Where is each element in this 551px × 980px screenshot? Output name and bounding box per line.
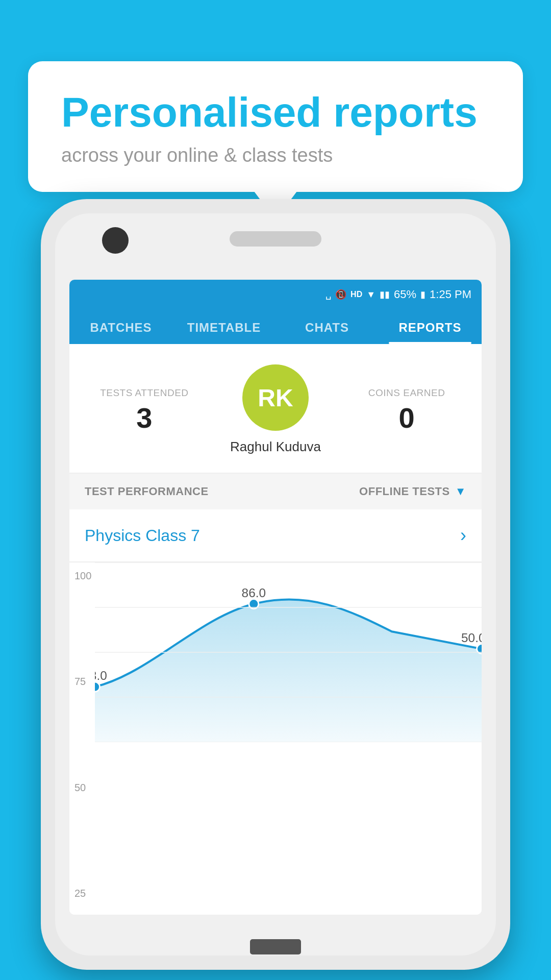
- offline-tests-button[interactable]: OFFLINE TESTS ▼: [359, 485, 466, 498]
- phone-home-button[interactable]: [250, 939, 301, 954]
- y-label-25: 25: [74, 888, 91, 899]
- chart-svg: 68.0 86.0 50.0: [95, 562, 482, 742]
- class-name: Physics Class 7: [85, 526, 200, 545]
- phone-mockup: ␣ 📵 HD ▼ ▮▮ 65% ▮ 1:25 PM BATCHES: [41, 199, 510, 970]
- tab-batches[interactable]: BATCHES: [69, 309, 172, 344]
- coins-earned-label: COINS EARNED: [347, 387, 466, 399]
- signal-icon: ▮▮: [380, 289, 390, 300]
- chart-y-labels: 100 75 50 25: [74, 562, 91, 915]
- bluetooth-icon: ␣: [325, 289, 331, 300]
- status-bar: ␣ 📵 HD ▼ ▮▮ 65% ▮ 1:25 PM: [69, 280, 482, 309]
- phone-camera: [102, 227, 129, 254]
- wifi-icon: ▼: [366, 289, 375, 300]
- coins-earned-block: COINS EARNED 0: [347, 387, 466, 432]
- battery-text: 65%: [394, 288, 416, 301]
- tests-attended-label: TESTS ATTENDED: [85, 387, 204, 399]
- nav-tabs: BATCHES TIMETABLE CHATS REPORTS: [69, 309, 482, 344]
- chevron-down-icon: ▼: [455, 485, 466, 498]
- tooltip-subtitle: across your online & class tests: [61, 144, 490, 166]
- performance-label: TEST PERFORMANCE: [85, 485, 209, 498]
- profile-section: TESTS ATTENDED 3 RK Raghul Kuduva COINS …: [69, 344, 482, 473]
- time-text: 1:25 PM: [430, 288, 471, 301]
- user-name: Raghul Kuduva: [230, 439, 321, 455]
- tooltip-title: Personalised reports: [61, 89, 490, 135]
- phone-speaker: [230, 231, 321, 247]
- chart-area: 100 75 50 25: [69, 562, 482, 915]
- svg-text:50.0: 50.0: [461, 631, 482, 645]
- class-chevron-right-icon: ›: [460, 525, 466, 546]
- avatar: RK: [242, 364, 309, 431]
- tab-timetable[interactable]: TIMETABLE: [172, 309, 276, 344]
- y-label-100: 100: [74, 570, 91, 582]
- tests-attended-block: TESTS ATTENDED 3: [85, 387, 204, 432]
- tab-reports[interactable]: REPORTS: [379, 309, 482, 344]
- battery-icon: ▮: [420, 289, 425, 300]
- y-label-75: 75: [74, 676, 91, 688]
- svg-text:86.0: 86.0: [242, 586, 266, 600]
- coins-earned-value: 0: [347, 404, 466, 432]
- phone-outer: ␣ 📵 HD ▼ ▮▮ 65% ▮ 1:25 PM BATCHES: [41, 199, 510, 970]
- status-icons: ␣ 📵 HD ▼ ▮▮ 65% ▮ 1:25 PM: [325, 288, 471, 301]
- avatar-initials: RK: [258, 384, 293, 412]
- tab-chats[interactable]: CHATS: [276, 309, 379, 344]
- offline-tests-label: OFFLINE TESTS: [359, 485, 450, 498]
- chart-point-1: [95, 682, 99, 692]
- vibrate-icon: 📵: [335, 289, 346, 300]
- hd-icon: HD: [350, 290, 362, 299]
- avatar-section: RK Raghul Kuduva: [204, 364, 347, 455]
- tooltip-card: Personalised reports across your online …: [28, 61, 523, 192]
- class-row[interactable]: Physics Class 7 ›: [69, 509, 482, 562]
- performance-bar: TEST PERFORMANCE OFFLINE TESTS ▼: [69, 474, 482, 509]
- tests-attended-value: 3: [85, 404, 204, 432]
- screen: ␣ 📵 HD ▼ ▮▮ 65% ▮ 1:25 PM BATCHES: [69, 280, 482, 915]
- svg-text:68.0: 68.0: [95, 669, 107, 682]
- phone-inner: ␣ 📵 HD ▼ ▮▮ 65% ▮ 1:25 PM BATCHES: [55, 213, 496, 955]
- y-label-50: 50: [74, 782, 91, 794]
